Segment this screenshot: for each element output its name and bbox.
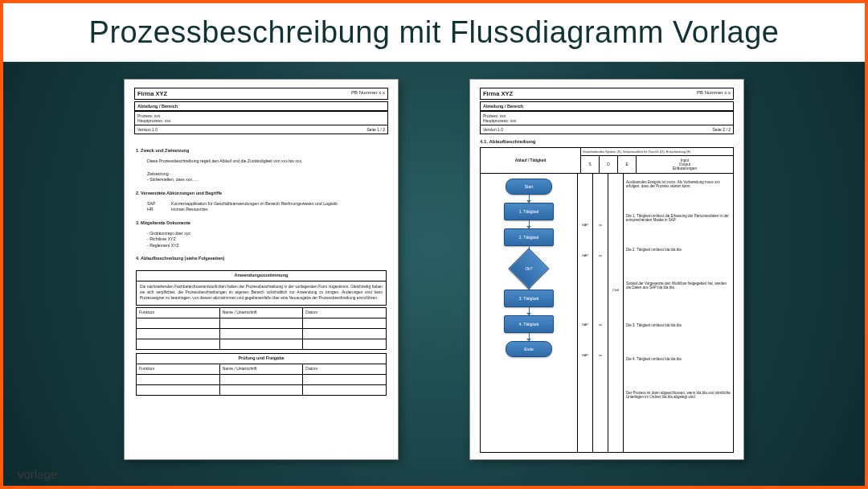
col-activity: Ablauf / Tätigkeit bbox=[481, 148, 581, 173]
sig-h3: Datum bbox=[303, 308, 386, 318]
slide-frame: Prozessbeschreibung mit Flussdiagramm Vo… bbox=[0, 0, 868, 489]
doc-header-2: Firma XYZ PB Nummer x.x bbox=[480, 88, 734, 100]
d1: - Grobkonzept über xyz bbox=[136, 231, 387, 237]
page-1: Firma XYZ PB Nummer x.x Abteilung / Bere… bbox=[125, 80, 398, 459]
approval-text: Die nachstehenden Fachbereichsverantwort… bbox=[137, 281, 386, 305]
company-name: Firma XYZ bbox=[137, 90, 167, 97]
approval-title: Anwendungszustimmung bbox=[137, 271, 386, 281]
col-e-body: Chef bbox=[608, 174, 624, 452]
io-r6: Der Prozess ist dann abgeschlossen, wenn… bbox=[624, 389, 733, 433]
process-row-2: Prozess: xxx Hauptprozess: xxx bbox=[480, 111, 734, 125]
flow-task-4: 4. Tätigkeit bbox=[504, 315, 554, 333]
io-r4: Die 3. Tätigkeit umfasst bla bla bla bbox=[624, 322, 733, 355]
flow-start: Start bbox=[506, 179, 552, 195]
d3: - Reglement XYZ bbox=[136, 243, 387, 249]
io-r3: Sobald der Vorgesetzte den Workflow frei… bbox=[624, 280, 733, 322]
sig-h2: Name / Unterschrift bbox=[220, 308, 304, 318]
col-e: E bbox=[618, 156, 637, 173]
version-row: Version 1.0 Seite 1 / 2 bbox=[134, 125, 388, 134]
col-io: Input Output Erläuterungen bbox=[637, 156, 733, 173]
doc-header: Firma XYZ PB Nummer x.x bbox=[134, 88, 388, 100]
pb-number-2: PB Nummer x.x bbox=[697, 90, 731, 97]
d2: - Richtlinie XYZ bbox=[136, 236, 387, 243]
company-name-2: Firma XYZ bbox=[483, 90, 513, 97]
flow-end: Ende bbox=[506, 341, 552, 357]
version: Version 1.0 bbox=[137, 127, 158, 132]
flow-task-3: 3. Tätigkeit bbox=[504, 290, 554, 307]
dept-row-2: Abteilung / Bereich bbox=[480, 101, 734, 111]
col-d: D bbox=[600, 156, 618, 173]
h3: 3. Mitgeltende Dokumente bbox=[136, 220, 387, 227]
t1: Diese Prozessbeschreibung regelt den Abl… bbox=[136, 158, 387, 165]
slide-title: Prozessbeschreibung mit Flussdiagramm Vo… bbox=[3, 3, 865, 62]
arrow-icon bbox=[529, 195, 530, 203]
arrow-icon bbox=[529, 307, 530, 315]
dept-row: Abteilung / Bereich bbox=[134, 101, 388, 111]
flow-body: Start 1. Tätigkeit 2. Tätigkeit Ok? 3. T… bbox=[481, 174, 733, 452]
flow-task-1: 1. Tätigkeit bbox=[504, 203, 554, 220]
io-r1: Die 1. Tätigkeit umfasst die Erfassung d… bbox=[624, 212, 733, 246]
io-r0: Auslösendes Ereignis ist xxxxx. Als Vorb… bbox=[624, 179, 733, 212]
check-table: Prüfung und Freigabe Funktion Name / Unt… bbox=[136, 353, 387, 396]
t1b: - Sicherstellen, dass xxx...... bbox=[136, 177, 387, 183]
process-row: Prozess: xxx Hauptprozess: xxx bbox=[134, 111, 388, 125]
abbr-hr: HR Human Ressources bbox=[136, 207, 387, 213]
io-r5: Die 4. Tätigkeit umfasst bla bla bla bbox=[624, 355, 733, 389]
abbr-sap: SAP Konzernapplikation für Geschäftsanwe… bbox=[136, 201, 387, 208]
legend: Verarbeitendes System (S), Verantwortlic… bbox=[581, 148, 733, 156]
flow-header: Ablauf / Tätigkeit Verarbeitendes System… bbox=[481, 148, 733, 174]
main-process-name: Hauptprozess: xxx bbox=[137, 118, 385, 123]
h4: 4. Ablaufbeschreibung (siehe Folgeseiten… bbox=[136, 256, 387, 262]
arrow-icon bbox=[529, 220, 530, 228]
watermark-label: vorlage bbox=[18, 467, 57, 481]
page-2-inner: Firma XYZ PB Nummer x.x Abteilung / Bere… bbox=[470, 80, 743, 459]
approval-box: Anwendungszustimmung Die nachstehenden F… bbox=[136, 270, 387, 306]
h2: 2. Verwendete Abkürzungen und Begriffe bbox=[136, 191, 387, 197]
page-1-inner: Firma XYZ PB Nummer x.x Abteilung / Bere… bbox=[125, 80, 398, 459]
signature-table: Funktion Name / Unterschrift Datum bbox=[136, 307, 387, 350]
col-s: S bbox=[581, 156, 600, 173]
page-number: Seite 1 / 2 bbox=[366, 127, 385, 132]
check-title: Prüfung und Freigabe bbox=[137, 354, 386, 364]
arrow-icon bbox=[529, 283, 530, 290]
flow-table: Ablauf / Tätigkeit Verarbeitendes System… bbox=[480, 147, 734, 453]
page-2: Firma XYZ PB Nummer x.x Abteilung / Bere… bbox=[470, 80, 743, 459]
p2-heading: 4.1. Ablaufbeschreibung bbox=[480, 134, 734, 147]
h1: 1. Zweck und Zielsetzung bbox=[136, 148, 387, 154]
version-row-2: Version 1.0 Seite 2 / 2 bbox=[480, 125, 734, 134]
t1a: Zielsetzung: bbox=[136, 171, 387, 178]
col-d-body: xx xx xx xx bbox=[593, 174, 608, 452]
sig-h1: Funktion bbox=[137, 308, 220, 318]
pb-number: PB Nummer x.x bbox=[351, 90, 385, 97]
page1-body: 1. Zweck und Zielsetzung Diese Prozessbe… bbox=[134, 134, 388, 453]
col-s-body: SAP SAP SAP SAP bbox=[578, 174, 593, 452]
flow-task-2: 2. Tätigkeit bbox=[504, 228, 554, 246]
col-io-body: Auslösendes Ereignis ist xxxxx. Als Vorb… bbox=[624, 174, 733, 452]
io-r2: Die 2. Tätigkeit umfasst bla bla bla bbox=[624, 246, 733, 280]
flow-column: Start 1. Tätigkeit 2. Tätigkeit Ok? 3. T… bbox=[481, 174, 578, 452]
pages-row: Firma XYZ PB Nummer x.x Abteilung / Bere… bbox=[3, 62, 865, 459]
arrow-icon bbox=[529, 333, 530, 341]
